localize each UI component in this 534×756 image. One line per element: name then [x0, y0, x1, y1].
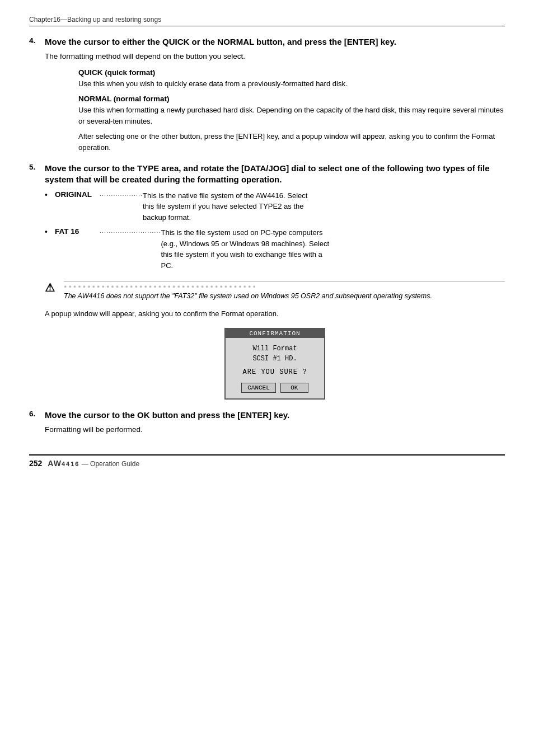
popup-titlebar: CONFIRMATION [226, 329, 324, 338]
step-5-heading: 5. Move the cursor to the TYPE area, and… [29, 163, 505, 186]
page-number: 252 [29, 459, 42, 468]
step-4-title: Move the cursor to either the QUICK or t… [45, 36, 396, 48]
step-6-title: Move the cursor to the OK button and pre… [45, 410, 289, 421]
step-6-num: 6. [29, 410, 45, 418]
warning-text: The AW4416 does not support the "FAT32" … [64, 292, 505, 302]
original-dots: ................... [100, 190, 143, 197]
step-5-title: Move the cursor to the TYPE area, and ro… [45, 163, 505, 186]
chapter-title: Chapter16—Backing up and restoring songs [29, 16, 161, 24]
step-5-body: • ORIGINAL ................... This is t… [45, 190, 505, 400]
step-6-sub: Formatting will be performed. [45, 424, 505, 435]
normal-heading: NORMAL (normal format) [45, 95, 505, 103]
quick-body: Use this when you wish to quickly erase … [45, 78, 505, 90]
popup-container: CONFIRMATION Will Format SCSI #1 HD. ARE… [45, 328, 505, 400]
popup-para: A popup window will appear, asking you t… [45, 309, 505, 318]
popup-question: ARE YOU SURE ? [233, 368, 316, 376]
fat16-key: FAT 16 [55, 227, 100, 236]
step-6-heading: 6. Move the cursor to the OK button and … [29, 410, 505, 421]
fat16-desc: This is the file system used on PC-type … [161, 227, 505, 271]
original-desc: This is the native file system of the AW… [143, 190, 505, 223]
step-4-body: The formatting method will depend on the… [45, 51, 505, 153]
chapter-header: Chapter16—Backing up and restoring songs [29, 16, 505, 26]
footer: 252 AW4416 — Operation Guide [29, 454, 505, 468]
step-6: 6. Move the cursor to the OK button and … [29, 410, 505, 436]
cancel-button[interactable]: CANCEL [241, 383, 276, 393]
step-4: 4. Move the cursor to either the QUICK o… [29, 36, 505, 153]
step-4-num: 4. [29, 36, 45, 45]
step-6-body: Formatting will be performed. [45, 424, 505, 435]
warning-block: ⚠ ●●●●●●●●●●●●●●●●●●●●●●●●●●●●●●●●●●●●●●… [45, 279, 505, 302]
popup-message: Will Format SCSI #1 HD. [233, 344, 316, 364]
quick-heading: QUICK (quick format) [45, 68, 505, 77]
page: Chapter16—Backing up and restoring songs… [0, 0, 534, 479]
original-key: ORIGINAL [55, 190, 100, 199]
step-4-intro: The formatting method will depend on the… [45, 51, 505, 62]
file-system-list: • ORIGINAL ................... This is t… [45, 190, 505, 271]
warning-dots-row: ●●●●●●●●●●●●●●●●●●●●●●●●●●●●●●●●●●●●●●●●… [64, 284, 505, 289]
step-5: 5. Move the cursor to the TYPE area, and… [29, 163, 505, 400]
normal-body2: After selecting one or the other button,… [45, 131, 505, 153]
popup-body: Will Format SCSI #1 HD. ARE YOU SURE ? C… [226, 338, 324, 398]
confirmation-popup: CONFIRMATION Will Format SCSI #1 HD. ARE… [224, 328, 325, 400]
warning-icon: ⚠ [45, 281, 60, 294]
step-5-num: 5. [29, 163, 45, 171]
fat16-dots: ........................... [100, 227, 161, 234]
normal-body1: Use this when formatting a newly purchas… [45, 105, 505, 126]
ok-button[interactable]: OK [280, 383, 308, 393]
step-4-heading: 4. Move the cursor to either the QUICK o… [29, 36, 505, 48]
bullet-original: • ORIGINAL ................... This is t… [45, 190, 505, 223]
bullet-fat16: • FAT 16 ........................... Thi… [45, 227, 505, 271]
popup-buttons: CANCEL OK [233, 383, 316, 393]
logo: AW4416 — Operation Guide [48, 459, 139, 468]
